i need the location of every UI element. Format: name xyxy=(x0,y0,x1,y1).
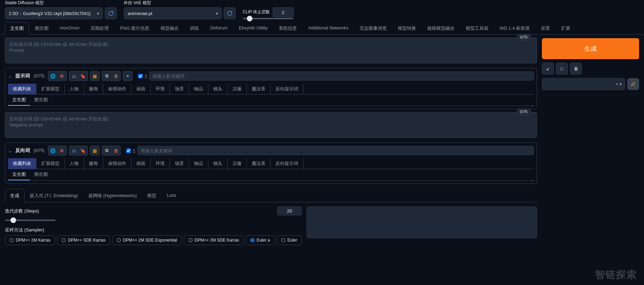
sub-tab[interactable]: 文生图 xyxy=(8,169,30,180)
category-tab[interactable]: 汉服 xyxy=(228,158,247,169)
main-tab-7[interactable]: Deforum xyxy=(205,22,233,35)
steps-value-input[interactable] xyxy=(277,207,302,215)
chevron-down-icon[interactable]: ⌄ xyxy=(8,148,12,153)
sampler-option[interactable]: DPM++ 2M Karras xyxy=(5,235,55,245)
keyword-input[interactable] xyxy=(137,146,534,155)
ai-icon[interactable]: ✦ xyxy=(124,72,131,80)
category-tab[interactable]: 场景 xyxy=(170,84,189,94)
card-icon[interactable]: 🗂 xyxy=(70,147,78,154)
bookmark-icon[interactable]: 🔖 xyxy=(79,72,87,80)
sub-tab[interactable]: 图生图 xyxy=(30,95,52,106)
category-tab[interactable]: 表情动作 xyxy=(103,84,131,94)
bookmark-icon[interactable]: 🔖 xyxy=(79,147,87,154)
category-tab[interactable]: 扩展模型 xyxy=(36,84,65,94)
expand-icon[interactable]: ⌄ xyxy=(531,102,535,107)
category-tab[interactable]: 服饰 xyxy=(84,84,103,94)
sampler-option[interactable]: DPM++ 2M SDE Karras xyxy=(184,235,244,245)
copy-icon[interactable]: ⧉ xyxy=(103,72,110,80)
category-tab[interactable]: 物品 xyxy=(189,158,208,169)
main-tab-9[interactable]: 系统信息 xyxy=(273,22,302,35)
main-tab-3[interactable]: 后期处理 xyxy=(85,22,114,35)
category-tab[interactable]: 物品 xyxy=(189,84,208,94)
trash-icon[interactable]: 🗑 xyxy=(112,72,120,80)
gen-tab[interactable]: Lora xyxy=(162,189,181,202)
gen-tab[interactable]: 超网络 (Hypernetworks) xyxy=(83,189,142,202)
grid-icon[interactable]: ▦ xyxy=(91,72,99,80)
main-tab-15[interactable]: WD 1.4 标签器 xyxy=(494,22,535,35)
category-tab[interactable]: 反向提示词 xyxy=(271,158,303,169)
copy-icon[interactable]: ⧉ xyxy=(103,147,110,154)
main-tab-6[interactable]: 训练 xyxy=(185,22,204,35)
keyword-input[interactable] xyxy=(149,71,534,81)
chevron-down-icon[interactable]: ⌄ xyxy=(8,74,12,79)
category-tab[interactable]: 魔法系 xyxy=(247,84,271,94)
category-tabs: 收藏列表扩展模型人物服饰表情动作画面环境场景物品镜头汉服魔法系反向提示词 xyxy=(8,84,534,95)
sub-tab[interactable]: 图生图 xyxy=(30,169,52,180)
category-tab[interactable]: 画面 xyxy=(131,84,151,94)
refresh-sd-icon[interactable] xyxy=(105,7,117,19)
category-tab[interactable]: 服饰 xyxy=(84,158,103,169)
edit-styles-icon[interactable] xyxy=(627,78,639,90)
gear-red-icon[interactable]: ⚙ xyxy=(58,147,66,154)
main-tab-12[interactable]: 模型转换 xyxy=(393,22,421,35)
globe-red-icon[interactable]: 🌐 xyxy=(49,147,57,154)
globe-red-icon[interactable]: 🌐 xyxy=(49,72,57,80)
generate-button[interactable]: 生成 xyxy=(542,38,639,59)
sampler-option[interactable]: Euler a xyxy=(246,235,274,245)
sd-model-select[interactable]: 2.5D：Guofeng3 V32.ckpt [0bb33c7041] xyxy=(5,7,103,19)
sampler-option[interactable]: DPM++ SDE Karras xyxy=(57,235,110,245)
category-tab[interactable]: 镜头 xyxy=(208,158,228,169)
prompt-input[interactable] xyxy=(5,37,537,63)
gen-tab[interactable]: 生成 xyxy=(5,189,24,202)
category-tab[interactable]: 人物 xyxy=(65,158,84,169)
gen-tab[interactable]: 模型 xyxy=(142,189,162,202)
category-tab[interactable]: 收藏列表 xyxy=(8,158,36,169)
main-tab-5[interactable]: 模型融合 xyxy=(155,22,184,35)
main-tab-4[interactable]: PNG 图片信息 xyxy=(115,22,155,35)
book-icon[interactable]: ▯ xyxy=(145,74,147,79)
main-tab-13[interactable]: 超级模型融合 xyxy=(422,22,460,35)
book-icon[interactable]: ▯ xyxy=(133,148,135,153)
vae-model-select[interactable]: animevae.pt xyxy=(124,7,222,19)
keyword-toggle-checkbox[interactable] xyxy=(126,148,131,153)
trash-icon[interactable]: 🗑 xyxy=(570,63,582,75)
main-tab-0[interactable]: 文生图 xyxy=(5,22,29,35)
category-tab[interactable]: 扩展模型 xyxy=(36,158,65,169)
main-tab-11[interactable]: 无边图像浏览 xyxy=(354,22,392,35)
category-tab[interactable]: 反向提示词 xyxy=(271,84,303,94)
category-tab[interactable]: 镜头 xyxy=(208,84,228,94)
category-tab[interactable]: 画面 xyxy=(131,158,151,169)
clip-slider[interactable] xyxy=(243,18,293,19)
main-tab-17[interactable]: 扩展 xyxy=(556,22,575,35)
category-tab[interactable]: 魔法系 xyxy=(247,158,271,169)
card-icon[interactable]: 🗂 xyxy=(70,72,78,80)
refresh-vae-icon[interactable] xyxy=(224,7,236,19)
steps-slider[interactable] xyxy=(5,220,56,221)
expand-icon[interactable]: ⌄ xyxy=(531,177,535,182)
styles-select[interactable]: × ▾ xyxy=(542,78,625,90)
gear-red-icon[interactable]: ⚙ xyxy=(58,72,66,80)
sampler-option[interactable]: Euler xyxy=(277,235,302,245)
trash-icon[interactable]: 🗑 xyxy=(112,147,120,154)
main-tab-10[interactable]: Additional Networks xyxy=(303,22,353,35)
main-tab-16[interactable]: 设置 xyxy=(536,22,555,35)
neg-prompt-input[interactable] xyxy=(5,112,537,138)
gen-tab[interactable]: 嵌入式 (T.I. Embedding) xyxy=(24,189,83,202)
category-tab[interactable]: 表情动作 xyxy=(103,158,131,169)
category-tab[interactable]: 收藏列表 xyxy=(8,84,36,94)
main-tab-1[interactable]: 图生图 xyxy=(30,22,54,35)
grid-icon[interactable]: ▦ xyxy=(91,147,99,154)
category-tab[interactable]: 人物 xyxy=(65,84,84,94)
category-tab[interactable]: 环境 xyxy=(151,158,170,169)
category-tab[interactable]: 环境 xyxy=(151,84,170,94)
keyword-toggle-checkbox[interactable] xyxy=(138,74,143,78)
stop-icon[interactable]: □ xyxy=(556,63,568,75)
main-tab-2[interactable]: mov2mov xyxy=(55,22,85,35)
arrow-icon[interactable]: ↙ xyxy=(542,63,554,75)
category-tab[interactable]: 场景 xyxy=(170,158,189,169)
sampler-option[interactable]: DPM++ 2M SDE Exponential xyxy=(112,235,182,245)
main-tab-8[interactable]: Ebsynth Utility xyxy=(234,22,273,35)
sub-tab[interactable]: 文生图 xyxy=(8,95,30,106)
main-tab-14[interactable]: 模型工具箱 xyxy=(460,22,494,35)
category-tab[interactable]: 汉服 xyxy=(228,84,247,94)
